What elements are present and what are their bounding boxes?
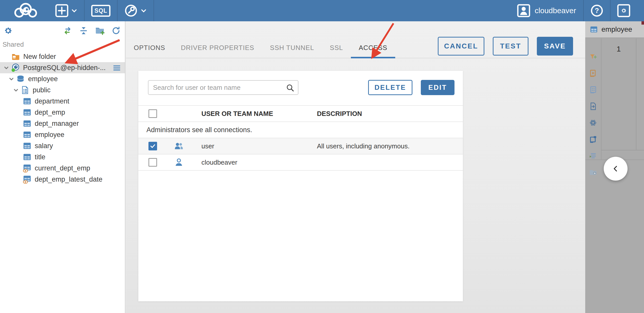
delete-button[interactable]: DELETE [368, 80, 412, 95]
column-header-description: DESCRIPTION [317, 110, 463, 118]
connection-menu-icon[interactable] [113, 64, 121, 72]
collapse-all-icon[interactable] [79, 26, 88, 36]
sql-icon: SQL [91, 5, 110, 17]
connection-tools-button[interactable] [118, 0, 154, 21]
tree-item-new-folder[interactable]: New folder [0, 51, 125, 62]
add-filter-icon[interactable] [589, 53, 597, 61]
save-to-folder-icon[interactable] [589, 168, 597, 177]
row-name: cloudbeaver [193, 159, 317, 166]
tab-options[interactable]: OPTIONS [126, 44, 173, 58]
tab-ssl[interactable]: SSL [322, 44, 351, 58]
cloudbeaver-app: SQL cloud [0, 0, 644, 313]
gear-icon [617, 4, 630, 17]
view-icon [23, 175, 31, 184]
postgresql-icon [11, 63, 20, 72]
search-box [148, 80, 298, 95]
tree-item-table-department[interactable]: department [0, 96, 125, 107]
tab-access[interactable]: ACCESS [351, 44, 395, 58]
row-checkbox-checked[interactable] [148, 142, 157, 150]
grid-divider [601, 39, 601, 160]
right-panel: employee [585, 21, 644, 313]
navigation-sidebar: Shared New folder PostgreSQL@ep-hidden-.… [0, 21, 125, 313]
admins-info-text: Administrators see all connections. [138, 126, 252, 134]
chevron-down-icon [71, 7, 78, 14]
open-in-window-icon[interactable] [589, 135, 597, 144]
top-bar: SQL cloud [0, 0, 644, 21]
shared-section-label: Shared [0, 39, 125, 51]
table-icon [590, 25, 598, 33]
sidebar-settings-icon[interactable] [4, 26, 13, 35]
user-icon [174, 158, 184, 167]
grid-script-icon[interactable] [589, 85, 597, 94]
expand-panel-button[interactable] [604, 157, 628, 181]
access-panel: DELETE EDIT USER OR TEAM NAME DESCRIPTIO… [138, 71, 463, 301]
grid-divider [601, 150, 644, 150]
table-row-cloudbeaver[interactable]: cloudbeaver [138, 154, 463, 171]
grid-toolbar [585, 39, 601, 313]
script-play-icon[interactable] [589, 69, 597, 78]
settings-button[interactable] [611, 0, 637, 21]
table-icon [23, 130, 31, 139]
table-row-user[interactable]: user All users, including anonymous. [138, 138, 463, 154]
beaver-cloud-icon [12, 3, 40, 19]
check-icon [149, 143, 156, 149]
view-icon [23, 164, 31, 172]
help-icon: ? [590, 4, 603, 17]
tree-item-table-dept-emp[interactable]: dept_emp [0, 107, 125, 118]
cloudbeaver-logo[interactable] [12, 3, 40, 19]
search-input[interactable] [148, 84, 298, 92]
row-description: All users, including anonymous. [317, 142, 463, 150]
chevron-down-icon[interactable] [3, 64, 10, 72]
ai-assistant-icon[interactable] [589, 118, 597, 127]
table-icon [23, 108, 31, 117]
chevron-down-icon[interactable] [12, 86, 20, 94]
table-header-row: USER OR TEAM NAME DESCRIPTION [138, 105, 463, 122]
search-icon[interactable] [286, 83, 294, 92]
table-icon [23, 97, 31, 106]
tree-item-schema-public[interactable]: public [0, 84, 125, 96]
database-icon [16, 75, 25, 83]
execution-log-icon[interactable] [589, 151, 597, 160]
chevron-down-icon [140, 7, 147, 14]
tree-item-view-dept-emp-latest-date[interactable]: dept_emp_latest_date [0, 174, 125, 185]
row-number-cell: 1 [601, 45, 636, 53]
add-folder-icon[interactable] [95, 26, 105, 36]
row-name: user [193, 142, 317, 150]
refresh-icon[interactable] [111, 26, 121, 36]
tree-item-database-employee[interactable]: employee [0, 73, 125, 84]
tree-item-table-salary[interactable]: salary [0, 140, 125, 151]
edit-button[interactable]: EDIT [421, 80, 454, 95]
select-all-checkbox[interactable] [148, 109, 157, 118]
tree-item-view-current-dept-emp[interactable]: current_dept_emp [0, 163, 125, 174]
export-document-icon[interactable] [589, 102, 597, 111]
chevron-down-icon[interactable] [8, 75, 15, 83]
new-connection-button[interactable] [49, 0, 84, 21]
tab-ssh-tunnel[interactable]: SSH TUNNEL [262, 44, 322, 58]
link-editor-icon[interactable] [63, 26, 72, 36]
tab-employee-table[interactable]: employee [585, 21, 644, 38]
tree-item-table-dept-manager[interactable]: dept_manager [0, 118, 125, 129]
right-tab-label: employee [601, 25, 632, 33]
table-icon [23, 119, 31, 128]
help-button[interactable]: ? [584, 0, 610, 21]
tree-item-postgresql-connection[interactable]: PostgreSQL@ep-hidden-... [0, 62, 125, 73]
row-checkbox[interactable] [148, 158, 157, 167]
wrench-circle-icon [124, 4, 138, 18]
schema-icon [21, 86, 29, 94]
screen-artifact [641, 21, 644, 25]
team-icon [174, 141, 184, 151]
sql-editor-button[interactable]: SQL [85, 0, 117, 21]
column-header-name: USER OR TEAM NAME [193, 110, 317, 118]
divider [154, 0, 154, 21]
tree-item-table-title[interactable]: title [0, 151, 125, 163]
tree-item-table-employee[interactable]: employee [0, 129, 125, 140]
user-menu[interactable]: cloudbeaver [510, 0, 583, 21]
user-avatar-icon [517, 4, 530, 17]
settings-tabbar: OPTIONS DRIVER PROPERTIES SSH TUNNEL SSL… [126, 38, 585, 58]
folder-database-icon [11, 52, 20, 61]
access-toolbar: DELETE EDIT [148, 80, 454, 95]
sidebar-toolbar [0, 21, 125, 39]
username-label: cloudbeaver [535, 6, 576, 15]
tab-driver-properties[interactable]: DRIVER PROPERTIES [173, 44, 262, 58]
table-icon [23, 142, 31, 150]
